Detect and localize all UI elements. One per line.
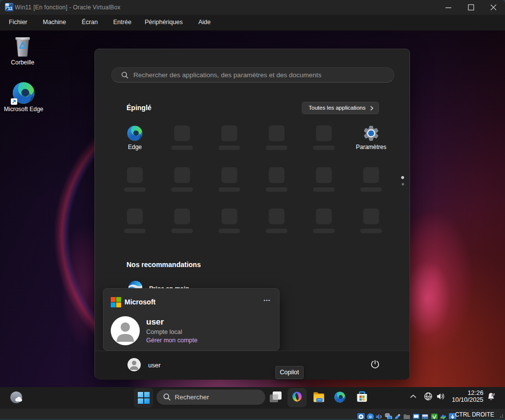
svg-text:11: 11: [8, 6, 13, 11]
svg-text:z: z: [493, 392, 495, 396]
svg-text:z: z: [491, 393, 493, 397]
